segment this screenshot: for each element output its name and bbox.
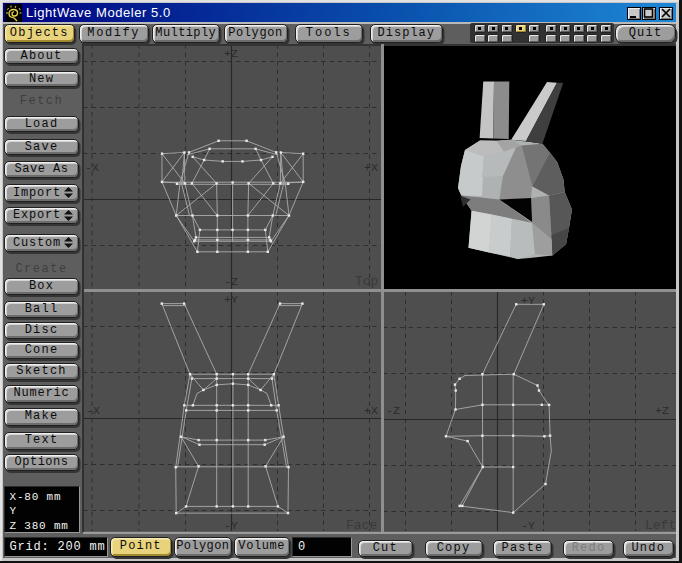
svg-text:+Y: +Y	[521, 294, 535, 307]
svg-text:-Z: -Z	[386, 404, 400, 417]
svg-text:Face: Face	[346, 518, 377, 531]
svg-text:-X: -X	[86, 404, 100, 417]
svg-text:+X: +X	[364, 404, 378, 417]
svg-text:Top: Top	[355, 274, 378, 289]
svg-text:-Y: -Y	[224, 519, 238, 531]
svg-text:-X: -X	[85, 161, 99, 174]
svg-text:+X: +X	[364, 161, 378, 174]
svg-text:-Z: -Z	[224, 275, 238, 288]
svg-text:Left: Left	[645, 518, 676, 531]
svg-text:-Y: -Y	[521, 519, 535, 531]
svg-text:+Z: +Z	[655, 404, 669, 417]
svg-text:+Y: +Y	[224, 293, 238, 306]
svg-text:+Z: +Z	[224, 47, 238, 60]
